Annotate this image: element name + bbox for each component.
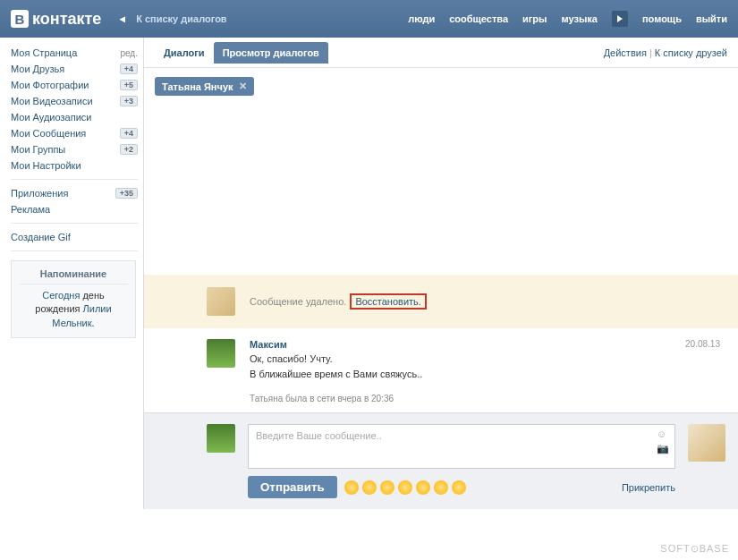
emoji-icon[interactable]: [380, 480, 394, 495]
send-button[interactable]: Отправить: [248, 476, 337, 498]
avatar[interactable]: [207, 424, 235, 453]
header: В контакте ◄ К списку диалогов люди сооб…: [0, 0, 738, 38]
sidebar-label: Мои Аудиозаписи: [11, 112, 91, 123]
nav-games[interactable]: игры: [522, 13, 547, 24]
sidebar-item-messages[interactable]: Мои Сообщения +4: [11, 125, 143, 141]
sidebar-item-settings[interactable]: Мои Настройки: [11, 157, 143, 174]
tab-dialogs[interactable]: Диалоги: [155, 42, 214, 64]
play-icon: [617, 15, 623, 22]
tabs-row: Диалоги Просмотр диалогов Действия | К с…: [144, 38, 738, 68]
sidebar-badge: +4: [120, 64, 138, 74]
friends-list-link[interactable]: К списку друзей: [655, 47, 727, 58]
sidebar-label: Создание Gif: [11, 232, 71, 242]
divider: [11, 179, 138, 180]
message-row: 20.08.13 Максим Ок, спасибо! Учту. В бли…: [144, 328, 738, 385]
sidebar-item-gif[interactable]: Создание Gif: [11, 229, 143, 245]
sidebar-badge: +2: [120, 144, 138, 155]
message-author[interactable]: Максим: [250, 339, 287, 350]
sidebar-item-groups[interactable]: Мои Группы +2: [11, 141, 143, 157]
reminder-dot: .: [92, 318, 95, 328]
sidebar-label: Моя Страница: [11, 47, 77, 58]
right-actions: Действия | К списку друзей: [604, 47, 727, 58]
message-input[interactable]: Введите Ваше сообщение.. ☺ 📷: [248, 424, 675, 469]
emoji-icon[interactable]: [362, 480, 377, 495]
camera-icon[interactable]: 📷: [657, 443, 669, 454]
message-line: В ближайшее время с Вами свяжусь..: [250, 367, 720, 382]
close-icon[interactable]: ✕: [239, 81, 247, 92]
sidebar-label: Мои Фотографии: [11, 80, 89, 90]
message-line: Ок, спасибо! Учту.: [250, 352, 720, 367]
online-status: Татьяна была в сети вчера в 20:36: [144, 385, 738, 412]
attach-link[interactable]: Прикрепить: [622, 482, 675, 493]
emoji-icon[interactable]: [416, 480, 430, 495]
textarea-icons: ☺ 📷: [657, 428, 669, 454]
conversation-name: Татьяна Янчук: [162, 81, 233, 92]
main-container: Моя Страница ред. Мои Друзья +4 Мои Фото…: [0, 38, 738, 509]
sidebar-label: Мои Сообщения: [11, 128, 86, 139]
sidebar-label: Приложения: [11, 188, 68, 199]
logo[interactable]: В контакте: [11, 10, 101, 29]
reminder-body: Сегодня день рождения Лилии Мельник.: [19, 289, 128, 330]
content: Диалоги Просмотр диалогов Действия | К с…: [143, 38, 738, 509]
nav-logout[interactable]: выйти: [696, 13, 727, 24]
message-text: Ок, спасибо! Учту. В ближайшее время с В…: [250, 352, 720, 381]
sidebar-item-my-page[interactable]: Моя Страница ред.: [11, 45, 143, 61]
sidebar-item-ads[interactable]: Реклама: [11, 201, 143, 217]
compose-area: Введите Ваше сообщение.. ☺ 📷 Отправить: [144, 412, 738, 509]
emoji-row: [344, 480, 466, 495]
sidebar-label: Мои Настройки: [11, 160, 81, 171]
sidebar-badge: +3: [120, 96, 138, 106]
conversation-tag[interactable]: Татьяна Янчук ✕: [155, 77, 254, 96]
top-nav: люди сообщества игры музыка помощь выйти: [408, 11, 727, 27]
sidebar: Моя Страница ред. Мои Друзья +4 Мои Фото…: [0, 38, 143, 509]
sidebar-item-videos[interactable]: Мои Видеозаписи +3: [11, 93, 143, 109]
tab-view-dialogs[interactable]: Просмотр диалогов: [214, 42, 328, 64]
smile-icon[interactable]: ☺: [657, 428, 669, 439]
divider: [11, 223, 138, 224]
message-date: 20.08.13: [685, 339, 720, 349]
sidebar-item-friends[interactable]: Мои Друзья +4: [11, 61, 143, 77]
deleted-text: Сообщение удалено.: [250, 296, 346, 307]
compose-bottom: Отправить Прикрепить: [248, 476, 675, 498]
sidebar-badge: +4: [120, 128, 138, 139]
avatar[interactable]: [688, 424, 725, 462]
compose-main: Введите Ваше сообщение.. ☺ 📷 Отправить: [248, 424, 675, 498]
avatar[interactable]: [207, 339, 235, 368]
sidebar-label: Мои Группы: [11, 144, 65, 155]
emoji-icon[interactable]: [344, 480, 359, 495]
divider: [11, 250, 138, 251]
sidebar-edit-link[interactable]: ред.: [120, 48, 138, 58]
sidebar-item-apps[interactable]: Приложения +35: [11, 185, 143, 201]
actions-link[interactable]: Действия: [604, 47, 647, 58]
nav-communities[interactable]: сообщества: [449, 13, 508, 24]
message-body: 20.08.13 Максим Ок, спасибо! Учту. В бли…: [250, 339, 720, 381]
nav-help[interactable]: помощь: [642, 13, 682, 24]
avatar[interactable]: [207, 287, 235, 316]
reminder-box: Напоминание Сегодня день рождения Лилии …: [11, 260, 136, 338]
sidebar-badge: +35: [115, 188, 138, 199]
emoji-icon[interactable]: [398, 480, 412, 495]
watermark: SOFT⊙BASE: [660, 543, 729, 555]
logo-text: контакте: [32, 10, 101, 29]
logo-icon: В: [11, 10, 29, 28]
restore-highlight: Восстановить.: [350, 293, 427, 310]
back-to-dialogs-link[interactable]: К списку диалогов: [136, 13, 226, 24]
reminder-title: Напоминание: [19, 268, 128, 284]
play-button[interactable]: [612, 11, 628, 27]
restore-link[interactable]: Восстановить.: [355, 296, 421, 307]
reminder-today-link[interactable]: Сегодня: [42, 290, 80, 301]
sidebar-label: Мои Видеозаписи: [11, 96, 93, 106]
nav-people[interactable]: люди: [408, 13, 435, 24]
emoji-icon[interactable]: [452, 480, 466, 495]
conversation-tag-row: Татьяна Янчук ✕: [144, 68, 738, 105]
sidebar-item-photos[interactable]: Мои Фотографии +5: [11, 77, 143, 93]
chevron-left-icon: ◄: [117, 13, 127, 24]
sidebar-item-audio[interactable]: Мои Аудиозаписи: [11, 109, 143, 125]
sidebar-label: Мои Друзья: [11, 64, 64, 74]
sep: |: [647, 47, 655, 58]
emoji-icon[interactable]: [434, 480, 448, 495]
sidebar-label: Реклама: [11, 204, 50, 215]
messages-area: Сообщение удалено. Восстановить. 20.08.1…: [144, 275, 738, 412]
placeholder-text: Введите Ваше сообщение..: [256, 430, 382, 441]
nav-music[interactable]: музыка: [561, 13, 597, 24]
